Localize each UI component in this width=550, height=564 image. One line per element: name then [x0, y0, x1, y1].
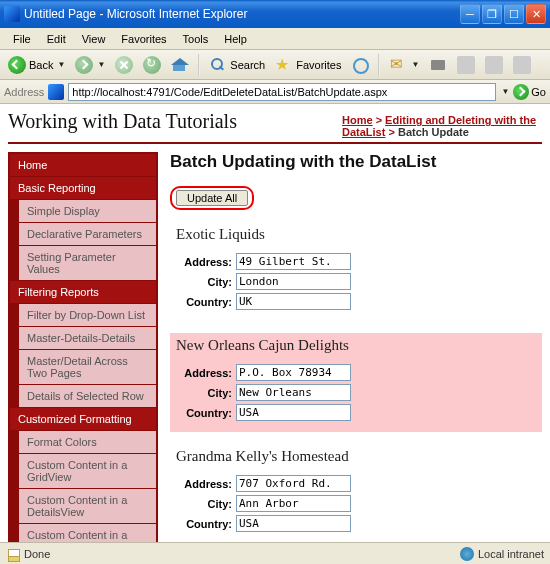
breadcrumb-current: Batch Update: [398, 126, 469, 138]
home-button[interactable]: [167, 54, 193, 76]
supplier-name: New Orleans Cajun Delights: [176, 337, 536, 354]
print-button[interactable]: [425, 54, 451, 76]
sidebar-item[interactable]: Simple Display: [19, 200, 156, 222]
separator: [198, 54, 200, 76]
sidebar-item[interactable]: Custom Content in a GridView: [19, 454, 156, 488]
sidebar-item[interactable]: Custom Content in a: [19, 524, 156, 542]
window-title: Untitled Page - Microsoft Internet Explo…: [24, 7, 460, 21]
maximize-button[interactable]: ☐: [504, 4, 524, 24]
country-label: Country:: [176, 518, 236, 530]
sidebar-item[interactable]: Master/Detail Across Two Pages: [19, 350, 156, 384]
stop-icon: [115, 56, 133, 74]
separator: [378, 54, 380, 76]
main-content: Batch Updating with the DataList Update …: [170, 152, 542, 542]
address-input[interactable]: [236, 475, 351, 492]
close-button[interactable]: ✕: [526, 4, 546, 24]
sidebar-item[interactable]: Details of Selected Row: [19, 385, 156, 407]
sidebar-header[interactable]: Customized Formatting: [10, 408, 156, 430]
forward-dropdown-icon: ▼: [97, 60, 105, 69]
update-all-button[interactable]: Update All: [176, 190, 248, 206]
address-input[interactable]: [236, 364, 351, 381]
menu-view[interactable]: View: [75, 31, 113, 47]
zone-text: Local intranet: [478, 548, 544, 560]
city-input[interactable]: [236, 384, 351, 401]
mail-icon: [389, 56, 407, 74]
messenger-button[interactable]: [509, 54, 535, 76]
mail-button[interactable]: ▼: [385, 54, 423, 76]
menu-edit[interactable]: Edit: [40, 31, 73, 47]
sidebar-item[interactable]: Master-Details-Details: [19, 327, 156, 349]
country-label: Country:: [176, 407, 236, 419]
sidebar-item[interactable]: Declarative Parameters: [19, 223, 156, 245]
ie-icon: [4, 6, 20, 22]
research-button[interactable]: [481, 54, 507, 76]
sidebar-header[interactable]: Basic Reporting: [10, 177, 156, 199]
back-label: Back: [29, 59, 53, 71]
history-icon: [351, 56, 369, 74]
zone-icon: [460, 547, 474, 561]
home-icon: [171, 56, 189, 74]
menu-file[interactable]: File: [6, 31, 38, 47]
go-button[interactable]: Go: [513, 84, 546, 100]
site-heading: Working with Data Tutorials: [8, 110, 237, 133]
city-input[interactable]: [236, 273, 351, 290]
address-bar: Address ▼ Go: [0, 80, 550, 104]
sidebar-item[interactable]: Custom Content in a DetailsView: [19, 489, 156, 523]
menu-favorites[interactable]: Favorites: [114, 31, 173, 47]
refresh-icon: [143, 56, 161, 74]
breadcrumb: Home > Editing and Deleting with the Dat…: [342, 114, 542, 138]
done-icon: [6, 547, 20, 561]
content-scroll[interactable]: Working with Data Tutorials Home > Editi…: [0, 104, 550, 542]
address-label: Address: [4, 86, 44, 98]
sidebar-item[interactable]: Filter by Drop-Down List: [19, 304, 156, 326]
refresh-button[interactable]: [139, 54, 165, 76]
menu-bar: File Edit View Favorites Tools Help: [0, 28, 550, 50]
minimize-button[interactable]: ─: [460, 4, 480, 24]
toolbar: Back ▼ ▼ Search ★ Favorites ▼: [0, 50, 550, 80]
address-input[interactable]: [68, 83, 496, 101]
breadcrumb-home[interactable]: Home: [342, 114, 373, 126]
search-icon: [209, 56, 227, 74]
supplier-name: Exotic Liquids: [176, 226, 536, 243]
supplier-record: Exotic LiquidsAddress:City:Country:: [170, 222, 542, 321]
country-input[interactable]: [236, 515, 351, 532]
forward-button[interactable]: ▼: [71, 54, 109, 76]
address-label: Address:: [176, 367, 236, 379]
city-input[interactable]: [236, 495, 351, 512]
go-label: Go: [531, 86, 546, 98]
supplier-record: Grandma Kelly's HomesteadAddress:City:Co…: [170, 444, 542, 542]
history-button[interactable]: [347, 54, 373, 76]
country-label: Country:: [176, 296, 236, 308]
country-input[interactable]: [236, 404, 351, 421]
edit-button[interactable]: [453, 54, 479, 76]
sidebar-item[interactable]: Setting Parameter Values: [19, 246, 156, 280]
favorites-button[interactable]: ★ Favorites: [271, 54, 345, 76]
address-label: Address:: [176, 256, 236, 268]
research-icon: [485, 56, 503, 74]
address-dropdown-icon[interactable]: ▼: [501, 87, 509, 96]
status-text: Done: [24, 548, 50, 560]
stop-button[interactable]: [111, 54, 137, 76]
forward-icon: [75, 56, 93, 74]
search-label: Search: [230, 59, 265, 71]
rule: [8, 142, 542, 144]
menu-help[interactable]: Help: [217, 31, 254, 47]
print-icon: [429, 56, 447, 74]
menu-tools[interactable]: Tools: [176, 31, 216, 47]
update-all-highlight: Update All: [170, 186, 254, 210]
city-label: City:: [176, 498, 236, 510]
back-button[interactable]: Back ▼: [4, 54, 69, 76]
back-icon: [8, 56, 26, 74]
sidebar-header[interactable]: Home: [10, 154, 156, 176]
sidebar-header[interactable]: Filtering Reports: [10, 281, 156, 303]
search-button[interactable]: Search: [205, 54, 269, 76]
messenger-icon: [513, 56, 531, 74]
address-input[interactable]: [236, 253, 351, 270]
page-title: Batch Updating with the DataList: [170, 152, 542, 172]
go-icon: [513, 84, 529, 100]
favorites-icon: ★: [275, 56, 293, 74]
sidebar: HomeBasic ReportingSimple DisplayDeclara…: [8, 152, 158, 542]
sidebar-item[interactable]: Format Colors: [19, 431, 156, 453]
restore-button[interactable]: ❐: [482, 4, 502, 24]
country-input[interactable]: [236, 293, 351, 310]
